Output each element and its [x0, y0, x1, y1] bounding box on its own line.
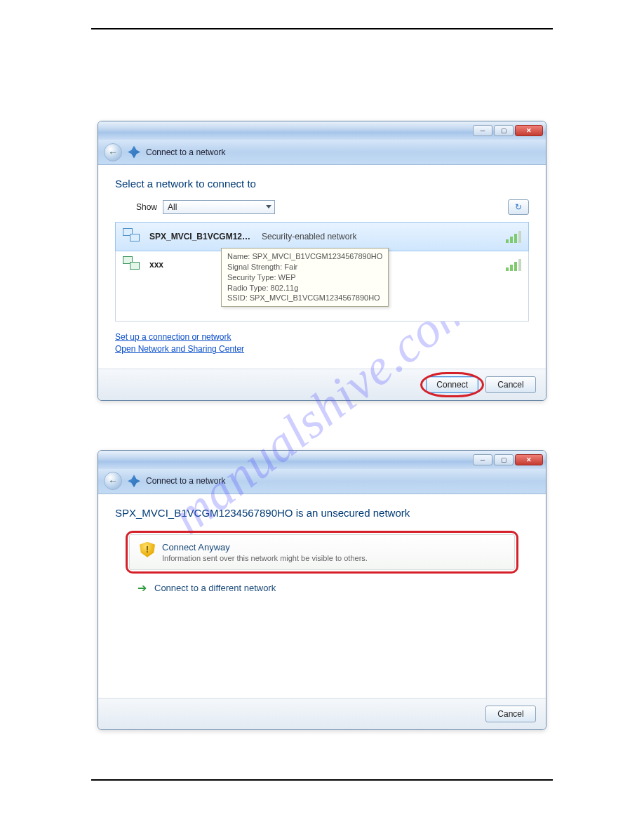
show-label: Show [136, 202, 157, 212]
network-app-icon [128, 475, 140, 487]
nav-title: Connect to a network [146, 147, 225, 157]
nav-title: Connect to a network [146, 476, 225, 486]
dialog-footer: Cancel [98, 698, 546, 729]
refresh-button[interactable]: ↻ [508, 199, 529, 215]
nav-strip: ← Connect to a network [98, 469, 546, 494]
signal-bars-icon [506, 230, 521, 243]
tooltip-line: Security Type: WEP [227, 272, 382, 283]
highlight-circle: Connect [426, 376, 478, 393]
arrow-left-icon: ← [108, 147, 118, 158]
network-list: SPX_MVCI_B1VCGM12… Security-enabled netw… [115, 222, 529, 322]
nav-strip: ← Connect to a network [98, 140, 546, 165]
computers-icon [123, 256, 142, 273]
cancel-button[interactable]: Cancel [485, 706, 536, 722]
link-setup-connection[interactable]: Set up a connection or network [115, 331, 529, 343]
back-button[interactable]: ← [104, 143, 122, 161]
network-desc: Security-enabled network [262, 232, 356, 241]
tooltip-line: Signal Strength: Fair [227, 262, 382, 272]
network-name: SPX_MVCI_B1VCGM12… [149, 232, 255, 241]
back-button[interactable]: ← [104, 472, 122, 490]
arrow-left-icon: ← [108, 475, 118, 486]
cancel-button[interactable]: Cancel [485, 376, 536, 393]
option-title: Connect to a different network [154, 583, 276, 593]
dropdown-value: All [168, 202, 177, 212]
link-open-sharing-center[interactable]: Open Network and Sharing Center [115, 343, 529, 355]
dialog-unsecured-warning: ─ ▢ ✕ ← Connect to a network SPX_MVCI_B1… [98, 450, 546, 730]
dialog-footer: Connect Cancel [98, 369, 546, 400]
network-app-icon [128, 146, 140, 159]
arrow-right-icon: ➔ [136, 583, 147, 594]
minimize-button[interactable]: ─ [473, 454, 492, 465]
tooltip-line: Name: SPX_MVCI_B1VCGM1234567890HO [227, 251, 382, 262]
page-rule-bottom [91, 779, 553, 781]
maximize-button[interactable]: ▢ [494, 454, 514, 465]
minimize-button[interactable]: ─ [473, 125, 492, 136]
network-tooltip: Name: SPX_MVCI_B1VCGM1234567890HO Signal… [221, 248, 389, 307]
option-connect-anyway[interactable]: ! Connect Anyway Information sent over t… [129, 534, 515, 570]
tooltip-line: SSID: SPX_MVCI_B1VCGM1234567890HO [227, 293, 382, 303]
network-row-selected[interactable]: SPX_MVCI_B1VCGM12… Security-enabled netw… [115, 222, 529, 251]
page-heading: Select a network to connect to [115, 178, 529, 190]
maximize-button[interactable]: ▢ [494, 125, 514, 136]
shield-warning-icon: ! [140, 542, 155, 557]
signal-bars-icon [506, 258, 521, 271]
computers-icon [123, 228, 142, 245]
tooltip-line: Radio Type: 802.11g [227, 283, 382, 293]
page-rule-top [91, 28, 553, 29]
option-subtext: Information sent over this network might… [162, 554, 368, 562]
titlebar: ─ ▢ ✕ [98, 121, 546, 140]
connect-button[interactable]: Connect [426, 376, 478, 393]
option-title: Connect Anyway [162, 542, 368, 552]
dialog-select-network: ─ ▢ ✕ ← Connect to a network Select a ne… [98, 121, 546, 401]
option-different-network[interactable]: ➔ Connect to a different network [136, 583, 508, 594]
show-filter-dropdown[interactable]: All [163, 200, 275, 214]
refresh-icon: ↻ [515, 202, 522, 212]
close-button[interactable]: ✕ [515, 125, 543, 136]
titlebar: ─ ▢ ✕ [98, 451, 546, 469]
close-button[interactable]: ✕ [515, 454, 543, 465]
warning-heading: SPX_MVCI_B1VCGM1234567890HO is an unsecu… [115, 507, 529, 519]
